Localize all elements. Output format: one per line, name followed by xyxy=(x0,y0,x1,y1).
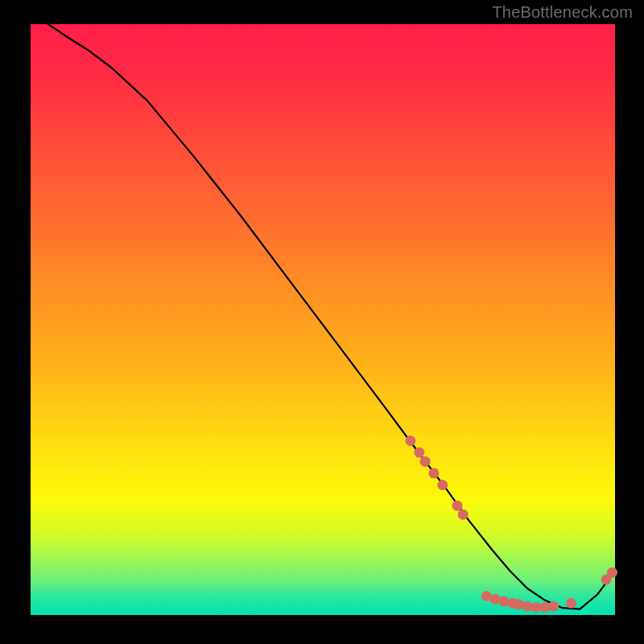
data-point xyxy=(437,480,448,490)
data-point xyxy=(499,597,510,607)
data-point xyxy=(405,436,415,446)
data-point xyxy=(514,599,524,609)
chart-root: TheBottleneck.com xyxy=(0,0,644,644)
data-point xyxy=(414,448,424,458)
data-point xyxy=(522,601,533,612)
data-point xyxy=(452,501,463,511)
bottleneck-curve xyxy=(48,24,615,609)
watermark-label: TheBottleneck.com xyxy=(492,3,633,22)
data-point xyxy=(539,602,550,613)
data-point xyxy=(428,468,439,478)
data-point xyxy=(420,456,431,467)
curve-layer xyxy=(31,24,615,615)
data-point xyxy=(566,598,576,609)
data-point xyxy=(607,568,617,578)
data-point xyxy=(548,601,559,612)
data-point xyxy=(490,594,501,605)
data-point xyxy=(458,510,469,520)
plot-area xyxy=(31,24,615,615)
data-points xyxy=(405,436,617,613)
